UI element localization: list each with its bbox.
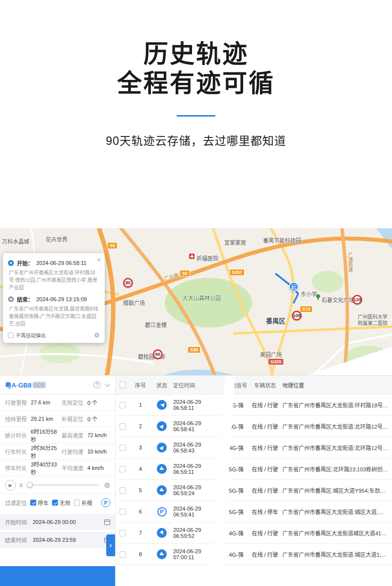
settings-gear-icon[interactable]: ⚙ — [104, 481, 110, 489]
row-time: 2024-06-29 06:58:41 — [172, 420, 224, 432]
row-vehicle: 在线 / 停车 — [249, 508, 281, 516]
end-pin-icon — [8, 296, 14, 302]
row-checkbox[interactable] — [120, 487, 126, 494]
end-address: 广东省广州市番禺区化龙镇,展贸南路B线,番禺展贸南路-广汽中路交叉路口:永盛园艺… — [9, 305, 100, 327]
end-label: 结束： — [17, 295, 33, 303]
road-badge: S257 — [229, 269, 245, 276]
row-checkbox[interactable] — [120, 530, 126, 536]
stat-value: 72 km/h — [87, 432, 110, 438]
table-row[interactable]: 7 2024-06-29 06:59:52 4G-强 在线 / 行驶 广东省广州… — [116, 522, 392, 544]
row-index: 7 — [130, 530, 151, 536]
row-signal: 5G-强 — [224, 508, 249, 516]
stat-value: 2时36分25秒 — [31, 444, 62, 459]
dismiss-label: 不再自动弹出 — [16, 331, 46, 339]
filter-option-label: 无效 — [60, 499, 70, 507]
table-row[interactable]: 8 2024-06-29 07:00:11 4G-强 在线 / 行驶 广东省广州… — [116, 544, 392, 565]
map-label: 石碁文化广场 — [322, 296, 354, 304]
map-label: 奥园广场 — [260, 350, 282, 358]
direction-icon — [157, 528, 167, 538]
plate-redacted — [33, 382, 46, 388]
table-body: 1 2024-06-29 06:58:11 4G-强 在线 / 行驶 广东省广州… — [116, 394, 392, 565]
playback-slider[interactable] — [27, 484, 99, 486]
row-checkbox[interactable] — [120, 445, 126, 451]
calendar-icon[interactable] — [104, 520, 110, 525]
filter-checkbox[interactable] — [52, 500, 58, 506]
header-index: 序号 — [130, 381, 151, 389]
direction-icon — [157, 549, 167, 559]
stat-value: 29.21 km — [31, 416, 62, 422]
row-vehicle: 在线 / 行驶 — [249, 550, 281, 558]
direction-icon — [157, 443, 167, 453]
stat-label: 行驶均速 — [62, 448, 87, 456]
map-canvas[interactable]: 万科水晶城 花卉世界 宜家家居 番禺节能科技园 祈福医院 广台高速 顺联广场 大… — [0, 228, 392, 375]
map-label: 广州医科大学附属第二医院 — [357, 314, 388, 326]
map-label: 碧江金楼 — [145, 321, 167, 328]
filter-option[interactable]: 补报 — [74, 499, 92, 507]
stat-label: 补报定位 — [62, 415, 87, 423]
filter-checkbox[interactable] — [30, 500, 36, 506]
select-all-checkbox[interactable] — [120, 382, 126, 388]
start-time: 2024-06-29 06:58:11 — [36, 260, 86, 266]
end-time-row[interactable]: 结束时间 2024-06-29 23:59 — [0, 532, 115, 548]
table-row[interactable]: 2 2024-06-29 06:58:41 4G-强 在线 / 行驶 广东省广州… — [116, 416, 392, 437]
map-label: 顺联广场 — [123, 299, 145, 307]
direction-icon — [157, 464, 167, 474]
table-row[interactable]: 5 2024-06-29 06:59:24 5G-强 在线 / 行驶 广东省广州… — [116, 480, 392, 501]
row-index: 8 — [130, 551, 151, 557]
route-start-marker: 起 — [289, 282, 299, 292]
dismiss-checkbox[interactable] — [8, 332, 13, 338]
row-location: 广东省广州市番禺区大龙街道:城区大道1;正礼楼,广州市番... — [281, 550, 392, 558]
parking-filter-button[interactable]: P — [101, 498, 110, 507]
stat-label: 平均速度 — [62, 464, 87, 472]
panel-footer — [0, 566, 115, 586]
speed-limit-sign: 60 — [153, 349, 163, 359]
hero-title-line1: 历史轨迹 — [0, 40, 392, 69]
row-vehicle: 在线 / 行驶 — [249, 465, 281, 473]
row-checkbox[interactable] — [120, 509, 126, 515]
stats-list: 行驶里程 27.6 km 无效定位 0 个 经纬里程 29.21 km 补报定位… — [0, 394, 115, 476]
row-checkbox[interactable] — [120, 402, 126, 408]
gear-icon[interactable]: ⚙ — [94, 331, 100, 339]
stat-label: 统计时长 — [5, 431, 31, 439]
header-status: 状态 — [151, 381, 172, 389]
stat-label: 行车时长 — [5, 448, 31, 456]
filter-option[interactable]: 停车 — [30, 499, 49, 507]
row-index: 1 — [130, 402, 151, 408]
row-location: 广东省广州市番禺区大龙街道城区大道41号;城区大道,城... — [281, 529, 392, 537]
header-time: 定位时间 — [172, 381, 224, 389]
chevron-down-icon[interactable] — [105, 382, 110, 387]
hospital-icon — [189, 254, 195, 259]
row-vehicle: 在线 / 行驶 — [249, 401, 281, 409]
filter-label: 过滤定位 — [5, 499, 27, 507]
filter-option[interactable]: 无效 — [52, 499, 70, 507]
expand-panel-button[interactable]: › — [106, 534, 115, 556]
filter-options: 停车 无效 补报 — [30, 499, 96, 507]
close-icon[interactable]: × — [97, 256, 101, 263]
trip-info-popup: × 开始： 2024-06-29 06:58:11 广东省广州市番禺区大龙街道:… — [3, 253, 105, 343]
table-row[interactable]: 1 2024-06-29 06:58:11 4G-强 在线 / 行驶 广东省广州… — [116, 394, 392, 416]
row-checkbox[interactable] — [120, 551, 126, 558]
help-icon[interactable]: ? — [93, 381, 101, 389]
row-signal: 4G-强 — [224, 550, 249, 558]
stats-row: 经纬里程 29.21 km 补报定位 0 个 — [0, 411, 115, 427]
filter-option-label: 停车 — [38, 499, 49, 507]
table-row[interactable]: 3 2024-06-29 06:58:43 4G-强 在线 / 行驶 广东省广州… — [116, 437, 392, 458]
map-label: 祈福医院 — [196, 254, 218, 262]
speed-x-label: X — [19, 482, 23, 488]
start-time-label: 开始时间 — [5, 518, 33, 526]
slider-knob[interactable] — [27, 482, 33, 488]
filter-checkbox[interactable] — [74, 500, 80, 506]
road-badge: S5 — [180, 270, 190, 277]
stats-row: 停车时长 3时40分33秒 平均速度 4 km/h — [0, 460, 115, 476]
play-button[interactable]: ▶ — [5, 480, 16, 491]
row-vehicle: 在线 / 行驶 — [249, 444, 281, 452]
stats-row: 行驶里程 27.6 km 无效定位 0 个 — [0, 394, 115, 411]
start-time-row[interactable]: 开始时间 2024-06-29 00:00 — [0, 514, 115, 530]
table-row[interactable]: 4 2024-06-29 06:59:11 5G-强 在线 / 行驶 广东省广州… — [116, 458, 392, 480]
row-signal: 4G-强 — [224, 529, 249, 537]
row-checkbox[interactable] — [120, 466, 126, 472]
speed-limit-sign: 80 — [123, 278, 133, 288]
filter-option-label: 补报 — [81, 499, 92, 507]
table-row[interactable]: 6 P 2024-06-29 06:59:41 5G-强 在线 / 停车 广东省… — [116, 501, 392, 522]
row-checkbox[interactable] — [120, 423, 126, 430]
